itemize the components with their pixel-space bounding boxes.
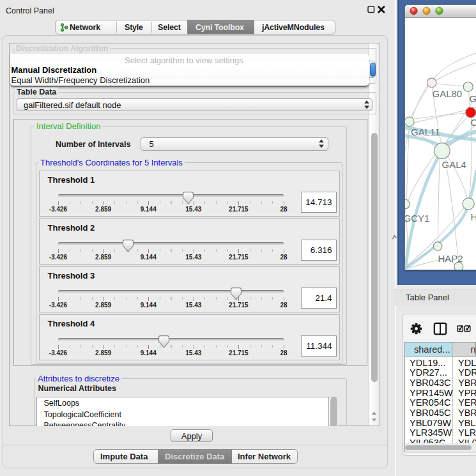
- svg-text:GA: GA: [469, 93, 476, 104]
- svg-text:GAL4: GAL4: [441, 159, 466, 170]
- svg-text:C: C: [470, 117, 476, 128]
- svg-text:GAL11: GAL11: [411, 127, 440, 137]
- svg-text:GCY1: GCY1: [405, 213, 429, 224]
- svg-text:H: H: [470, 211, 476, 222]
- svg-text:HAP2: HAP2: [438, 253, 463, 264]
- svg-text:GAL80: GAL80: [432, 88, 462, 99]
